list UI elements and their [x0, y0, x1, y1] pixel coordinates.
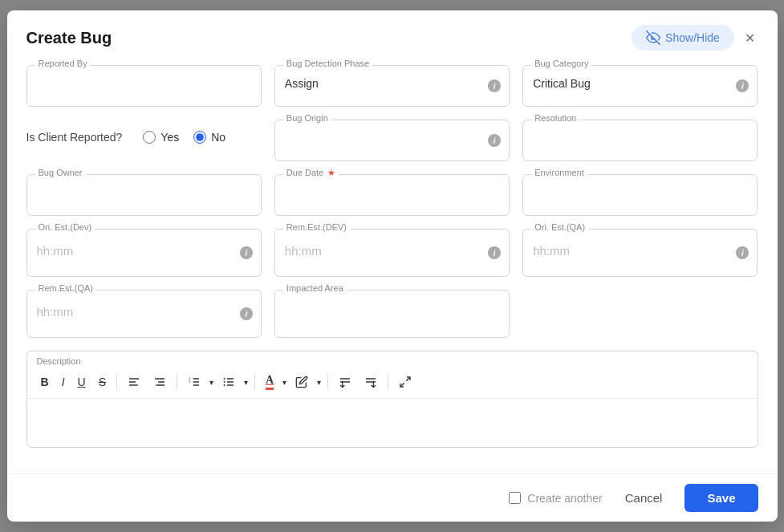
due-date-field: Due Date ★	[274, 174, 510, 216]
ori-est-dev-col: Ori. Est.(Dev) hh:mm i	[26, 229, 262, 277]
bug-detection-phase-info-icon[interactable]: i	[488, 79, 501, 92]
svg-line-24	[400, 383, 404, 387]
font-color-dropdown[interactable]: ▾	[279, 376, 288, 389]
close-icon: ×	[745, 29, 755, 47]
show-hide-button[interactable]: Show/Hide	[632, 25, 734, 51]
bug-category-info-icon[interactable]: i	[736, 79, 749, 92]
create-another-checkbox[interactable]	[509, 492, 521, 504]
modal-header: Create Bug Show/Hide ×	[7, 10, 778, 59]
svg-point-15	[224, 381, 225, 383]
impacted-area-input[interactable]	[285, 308, 499, 321]
ori-est-qa-field: Ori. Est.(QA) hh:mm i	[522, 229, 758, 277]
toolbar-divider-3	[254, 374, 255, 390]
is-client-reported-label: Is Client Reported?	[26, 131, 123, 144]
reported-by-input[interactable]	[37, 77, 251, 90]
italic-button[interactable]: I	[56, 372, 71, 392]
unordered-list-button[interactable]	[217, 372, 241, 392]
impacted-area-col: Impacted Area	[274, 290, 510, 338]
bug-category-value[interactable]: Critical Bug	[533, 77, 747, 93]
svg-line-23	[406, 377, 410, 381]
align-left-button[interactable]	[122, 372, 146, 392]
rem-est-dev-label: Rem.Est.(DEV)	[283, 222, 350, 232]
strikethrough-button[interactable]: S	[93, 372, 112, 392]
form-row-3: Bug Owner Due Date ★ Environment	[26, 174, 758, 216]
font-color-button[interactable]: A	[260, 371, 279, 393]
bug-origin-info-icon[interactable]: i	[488, 134, 501, 147]
impacted-area-field: Impacted Area	[274, 290, 510, 338]
due-date-input[interactable]	[285, 186, 499, 199]
toolbar-divider-1	[116, 374, 117, 390]
due-date-label: Due Date ★	[283, 168, 339, 178]
environment-col: Environment	[522, 174, 758, 216]
ordered-list-dropdown[interactable]: ▾	[206, 376, 215, 389]
bug-origin-input[interactable]	[285, 132, 499, 144]
highlight-button[interactable]	[290, 372, 314, 392]
resolution-input[interactable]	[533, 132, 747, 144]
bug-detection-phase-label: Bug Detection Phase	[283, 59, 372, 68]
save-button[interactable]: Save	[684, 484, 758, 512]
radio-no-input[interactable]	[193, 131, 206, 144]
bold-button[interactable]: B	[35, 372, 55, 392]
radio-yes-label: Yes	[160, 131, 179, 144]
cancel-button[interactable]: Cancel	[612, 485, 676, 511]
rem-est-qa-info-icon[interactable]: i	[240, 307, 253, 320]
rem-est-dev-info-icon[interactable]: i	[488, 246, 501, 259]
ori-est-dev-label: Ori. Est.(Dev)	[35, 222, 95, 232]
ordered-list-button[interactable]: 1.2.	[182, 372, 206, 392]
bug-origin-col: Bug Origin i	[274, 120, 510, 161]
radio-yes-input[interactable]	[143, 131, 156, 144]
reported-by-label: Reported By	[35, 59, 91, 68]
radio-yes-option[interactable]: Yes	[143, 131, 179, 144]
toolbar-divider-5	[388, 374, 388, 390]
bug-category-label: Bug Category	[531, 59, 591, 68]
radio-no-option[interactable]: No	[193, 131, 225, 144]
description-editor[interactable]	[27, 399, 758, 447]
close-button[interactable]: ×	[742, 26, 758, 51]
modal-body: Reported By Bug Detection Phase Assign i…	[7, 59, 778, 473]
toolbar-divider-2	[177, 374, 177, 390]
reported-by-field: Reported By	[26, 65, 262, 107]
is-client-reported-group: Is Client Reported? Yes No	[26, 120, 262, 144]
resolution-label: Resolution	[531, 113, 579, 123]
rem-est-qa-field: Rem.Est.(QA) hh:mm i	[26, 290, 262, 338]
ltr-button[interactable]	[359, 372, 383, 392]
svg-point-14	[224, 378, 225, 380]
bug-detection-phase-value[interactable]: Assign	[285, 77, 499, 93]
expand-button[interactable]	[393, 372, 417, 392]
environment-input[interactable]	[533, 186, 747, 199]
form-row-description: Description B I U S	[26, 351, 758, 448]
unordered-list-dropdown[interactable]: ▾	[241, 376, 250, 389]
description-col: Description B I U S	[26, 351, 758, 448]
show-hide-label: Show/Hide	[665, 31, 720, 44]
create-bug-modal: Create Bug Show/Hide × Reported	[7, 10, 778, 522]
underline-button[interactable]: U	[72, 372, 91, 392]
description-label: Description	[27, 351, 758, 366]
rem-est-dev-placeholder: hh:mm	[285, 244, 485, 258]
create-another-label[interactable]: Create another	[509, 492, 602, 505]
bug-category-col: Bug Category Critical Bug i	[522, 65, 758, 107]
ori-est-qa-info-icon[interactable]: i	[736, 246, 749, 259]
ori-est-dev-info-icon[interactable]: i	[240, 246, 253, 259]
ori-est-qa-label: Ori. Est.(QA)	[531, 222, 588, 232]
form-row-1: Reported By Bug Detection Phase Assign i…	[26, 65, 758, 107]
resolution-col: Resolution	[522, 120, 758, 161]
bug-detection-phase-col: Bug Detection Phase Assign i	[274, 65, 510, 107]
toolbar-divider-4	[327, 374, 328, 390]
ordered-list-group: 1.2. ▾	[182, 372, 215, 392]
impacted-area-label: Impacted Area	[283, 283, 347, 293]
svg-text:2.: 2.	[189, 380, 191, 384]
align-right-button[interactable]	[148, 372, 172, 392]
reported-by-col: Reported By	[26, 65, 262, 107]
modal-footer: Create another Cancel Save	[7, 473, 778, 522]
environment-field: Environment	[522, 174, 758, 216]
bug-owner-field: Bug Owner	[26, 174, 262, 216]
rtl-button[interactable]	[333, 372, 357, 392]
bug-category-field: Bug Category Critical Bug i	[522, 65, 758, 107]
bug-owner-input[interactable]	[37, 186, 251, 199]
form-row-5: Rem.Est.(QA) hh:mm i Impacted Area	[26, 290, 758, 338]
ori-est-dev-placeholder: hh:mm	[37, 244, 237, 258]
bug-owner-label: Bug Owner	[35, 168, 86, 177]
ori-est-dev-field: Ori. Est.(Dev) hh:mm i	[26, 229, 262, 277]
font-color-icon: A	[266, 374, 274, 390]
highlight-dropdown[interactable]: ▾	[314, 376, 323, 389]
